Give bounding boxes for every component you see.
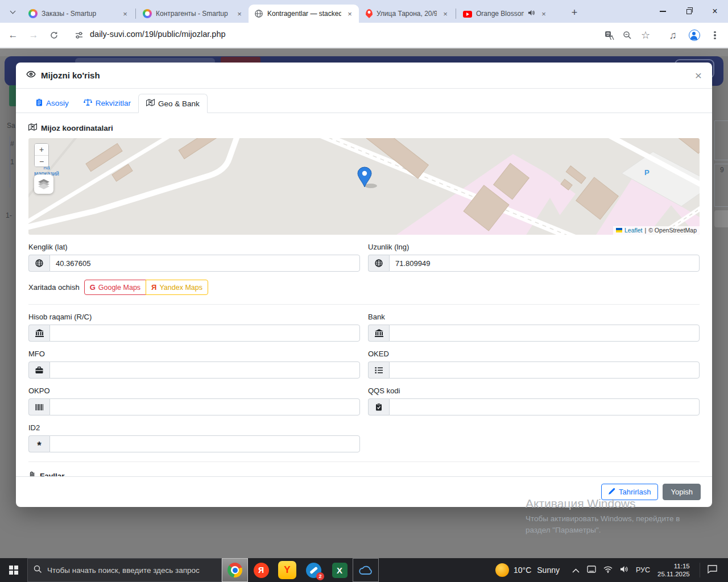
taskbar-messenger[interactable]: 2 [300,558,326,582]
google-maps-button[interactable]: G Google Maps [84,280,146,295]
zoom-in-button[interactable]: + [35,144,48,155]
id2-input[interactable] [49,435,360,452]
zoom-out-button[interactable]: − [35,155,48,167]
google-g-icon: G [90,283,96,292]
clipboard-icon [36,98,43,108]
tab-audio-icon[interactable] [528,9,535,18]
close-button[interactable]: Yopish [663,484,701,500]
system-tray: РУС 11:15 25.11.2025 [572,558,721,582]
volume-icon[interactable] [620,565,628,575]
open-map-label: Xaritada ochish [28,283,80,292]
reload-icon[interactable] [47,28,61,43]
section-title: Mijoz koordinatalari [41,124,113,132]
oked-input[interactable] [389,361,700,379]
action-center-icon[interactable] [708,565,717,576]
bank-input[interactable] [389,325,700,342]
tab-label: Rekvizitlar [96,99,131,107]
taskbar-yandex-browser[interactable]: Я [248,558,274,582]
tab-rekvizitlar[interactable]: Rekvizitlar [76,94,138,113]
time: 11:15 [657,562,690,570]
window-minimize-button[interactable] [650,0,676,23]
tab-search-chevron-icon[interactable] [6,6,19,18]
bookmark-star-icon[interactable]: ☆ [638,28,653,43]
browser-tabstrip: Заказы - Smartup × Контрагенты - Smartup… [0,0,728,23]
weather-temp: 10°C [514,566,531,575]
tab-title: Заказы - Smartup [42,10,117,18]
field-label: MFO [28,350,360,358]
smartup-favicon-icon [28,9,38,18]
tab-close-icon[interactable]: × [235,9,244,18]
taskbar-cloud-app[interactable] [353,558,379,582]
menu-kebab-icon[interactable] [708,28,722,43]
browser-tab-3-active[interactable]: Kontragentlar — stacked × [249,5,359,23]
bg-fragment-text: 1- [6,211,12,219]
edit-button[interactable]: Tahrirlash [601,484,658,500]
site-settings-icon[interactable] [72,28,86,43]
translate-icon[interactable] [602,28,617,43]
tray-chevron-icon[interactable] [572,565,580,575]
taskbar-excel[interactable]: X [326,558,353,582]
url-text[interactable]: daily-suvi.com/19l/public/mijozlar.php [90,30,226,39]
balance-scale-icon [84,98,92,108]
osm-link[interactable]: © OpenStreetMap [648,227,697,234]
start-button[interactable] [0,558,27,582]
leaflet-map[interactable]: на марказий + − P Leaflet | © OpenStreet… [28,138,700,235]
youtube-favicon-icon [463,11,472,18]
window-restore-button[interactable] [676,0,702,23]
account-number-input[interactable] [49,325,360,342]
tablet-mode-icon[interactable] [587,565,596,575]
taskbar-chrome[interactable] [222,558,248,582]
browser-tab-2[interactable]: Контрагенты - Smartup × [137,5,249,23]
weather-widget[interactable]: 10°C Sunny [495,558,560,582]
media-control-icon[interactable]: ♫ [665,28,680,43]
tab-geo-bank[interactable]: Geo & Bank [138,94,208,113]
weather-condition: Sunny [537,566,560,575]
parking-label: P [644,168,650,177]
eye-icon [26,69,36,81]
browser-tab-1[interactable]: Заказы - Smartup × [23,5,134,23]
profile-avatar-icon[interactable] [687,28,702,43]
lat-input[interactable] [49,255,360,272]
okpo-input[interactable] [49,398,360,415]
barcode-icon [28,398,49,415]
taskbar-search-input[interactable] [47,566,216,575]
modal-close-icon[interactable]: × [695,69,702,81]
asterisk-icon: * [28,435,49,452]
dimmed-page-strip [0,48,728,56]
tab-close-icon[interactable]: × [121,9,130,18]
language-indicator[interactable]: РУС [636,566,650,574]
tab-close-icon[interactable]: × [539,9,548,18]
bank-icon [28,325,49,342]
window-close-button[interactable]: × [702,0,728,23]
leaflet-link[interactable]: Leaflet [624,227,643,234]
modal-header: Mijozni ko'rish × [16,63,712,89]
back-icon[interactable]: ← [6,28,20,43]
client-view-modal: Mijozni ko'rish × Asosiy Rekvizitlar [16,63,712,507]
browser-toolbar: ← → daily-suvi.com/19l/public/mijozlar.p… [0,23,728,48]
tab-close-icon[interactable]: × [345,9,354,18]
taskbar: Я Y 2 X 10°C Sunny [0,558,728,582]
field-label: QQS kodi [368,386,700,395]
clock[interactable]: 11:15 25.11.2025 [657,562,690,578]
tab-label: Geo & Bank [158,99,200,108]
map-layers-control[interactable] [34,174,53,194]
bg-fragment-text: # [10,140,14,148]
taskbar-yandex-app[interactable]: Y [274,558,300,582]
lng-input[interactable] [389,255,700,272]
wifi-icon[interactable] [603,565,613,575]
tab-title: Kontragentlar — stacked [267,10,341,18]
forward-icon[interactable]: → [26,28,41,43]
tab-asosiy[interactable]: Asosiy [28,94,76,113]
mfo-input[interactable] [49,361,360,379]
bg-fragment-text: 9 [720,166,724,174]
browser-tab-5[interactable]: Orange Blossom - Ya × [457,5,553,23]
tab-close-icon[interactable]: × [441,9,450,18]
browser-tab-4[interactable]: Улица Тарона, 20/9 — Я × [359,5,454,23]
modal-footer: Tahrirlash Yopish [16,476,712,507]
qqs-input[interactable] [389,398,700,415]
lat-label: Kenglik (lat) [28,243,360,251]
taskbar-search[interactable] [27,558,222,582]
zoom-icon[interactable] [620,28,635,43]
yandex-maps-button[interactable]: Я Yandex Maps [146,280,208,295]
new-tab-button[interactable]: + [566,5,582,20]
